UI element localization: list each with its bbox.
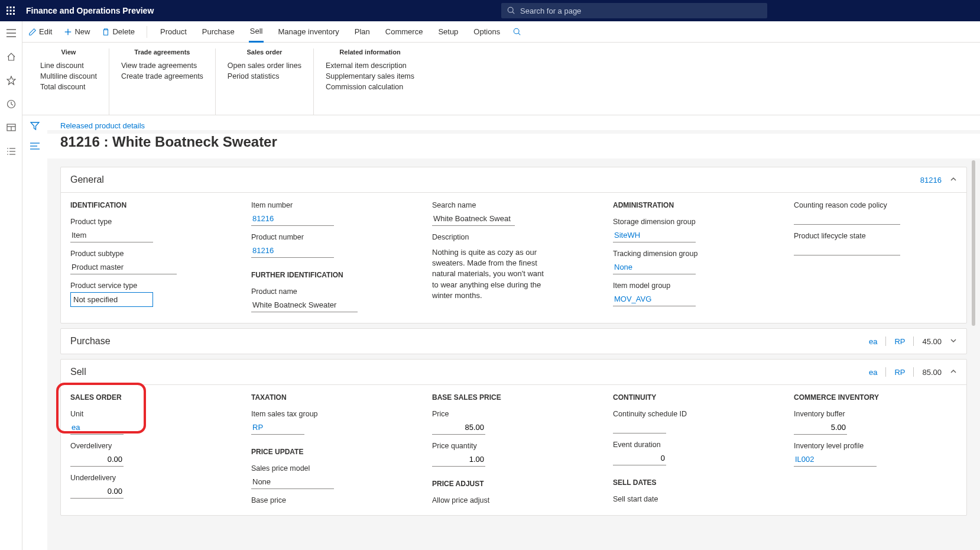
tab-setup[interactable]: Setup bbox=[437, 21, 459, 22]
svg-rect-7 bbox=[10, 13, 12, 15]
tab-manage-inventory[interactable]: Manage inventory bbox=[277, 21, 340, 22]
search-icon bbox=[507, 7, 515, 15]
svg-rect-2 bbox=[13, 7, 15, 8]
tab-commerce[interactable]: Commerce bbox=[384, 21, 424, 22]
tab-purchase[interactable]: Purchase bbox=[201, 21, 236, 22]
svg-rect-6 bbox=[7, 13, 8, 15]
svg-rect-0 bbox=[7, 7, 8, 8]
tab-plan[interactable]: Plan bbox=[353, 21, 371, 22]
svg-rect-8 bbox=[13, 13, 15, 15]
app-launcher-icon[interactable] bbox=[0, 0, 21, 21]
tab-sell[interactable]: Sell bbox=[249, 21, 264, 22]
svg-rect-3 bbox=[7, 10, 8, 12]
svg-rect-4 bbox=[10, 10, 12, 12]
app-title: Finance and Operations Preview bbox=[21, 6, 154, 15]
tab-options[interactable]: Options bbox=[472, 21, 501, 22]
svg-line-10 bbox=[512, 12, 514, 14]
svg-rect-1 bbox=[10, 7, 12, 8]
svg-point-9 bbox=[508, 7, 513, 12]
top-header: Finance and Operations Preview Search fo… bbox=[0, 0, 980, 21]
search-placeholder: Search for a page bbox=[520, 7, 581, 15]
global-search[interactable]: Search for a page bbox=[501, 3, 767, 18]
tab-product[interactable]: Product bbox=[159, 21, 188, 22]
svg-rect-5 bbox=[13, 10, 15, 12]
